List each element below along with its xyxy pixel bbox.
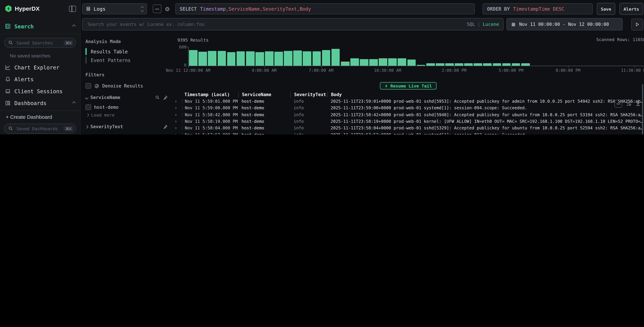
col-servicename[interactable]: ServiceName — [238, 92, 290, 97]
select-columns-input[interactable]: SELECT Timestamp,ServiceName,SeverityTex… — [175, 3, 475, 14]
histogram-bar[interactable] — [464, 63, 473, 66]
histogram-bar[interactable] — [303, 52, 311, 66]
cell-severity: info — [290, 126, 328, 130]
chart-plot[interactable] — [188, 47, 644, 66]
histogram-bar[interactable] — [474, 64, 482, 66]
table-row[interactable]: ›Nov 11 5:58:42.000 PMhost-demoinfo2025-… — [172, 111, 644, 118]
sidebar-collapse-icon[interactable] — [69, 6, 76, 12]
filter-value-label: host-demo — [94, 104, 118, 110]
table-row[interactable]: ›Nov 11 5:58:19.000 PMhost-demoinfo2025-… — [172, 118, 644, 125]
pin-icon[interactable] — [163, 95, 168, 100]
event-search-bar[interactable]: SQL | Lucene — [82, 18, 504, 30]
table-row[interactable]: ›Nov 11 5:59:01.000 PMhost-demoinfo2025-… — [172, 98, 644, 104]
histogram-bar[interactable] — [360, 59, 368, 66]
histogram-bar[interactable] — [388, 58, 397, 66]
saved-dashboards-field[interactable] — [16, 126, 61, 132]
filter-value-host-demo[interactable]: host-demo — [86, 104, 168, 110]
sidebar-item-search[interactable]: Search — [0, 22, 80, 30]
saved-searches-input[interactable]: ⌘K — [4, 38, 76, 48]
histogram-bar[interactable] — [521, 63, 530, 66]
histogram-bar[interactable] — [369, 59, 378, 66]
mode-event-patterns[interactable]: Event Patterns — [86, 57, 168, 64]
histogram-bar[interactable] — [274, 52, 283, 66]
histogram-bar[interactable] — [294, 51, 302, 66]
checkbox[interactable] — [86, 104, 91, 110]
row-expand-chevron[interactable]: › — [172, 98, 182, 104]
vertical-scrollbar[interactable] — [642, 84, 643, 134]
histogram-bar[interactable] — [398, 58, 406, 66]
download-icon[interactable] — [636, 101, 641, 106]
table-row[interactable]: ›Nov 11 5:59:00.000 PMhost-demoinfo2025-… — [172, 104, 644, 111]
histogram-bar[interactable] — [350, 58, 359, 66]
run-query-button[interactable] — [631, 18, 643, 30]
filter-group-servicename[interactable]: ServiceName — [86, 95, 168, 100]
source-select[interactable]: Logs — [82, 3, 147, 14]
sidebar-item-chart-explorer[interactable]: Chart Explorer — [0, 63, 80, 72]
cell-timestamp: Nov 11 5:59:01.000 PM — [182, 99, 238, 103]
alerts-button[interactable]: Alerts — [619, 3, 643, 15]
language-lucene-toggle[interactable]: Lucene — [483, 22, 499, 27]
save-button[interactable]: Save — [597, 3, 615, 15]
histogram-bar[interactable] — [341, 62, 349, 66]
row-expand-chevron[interactable]: › — [172, 105, 182, 111]
histogram-bar[interactable] — [331, 49, 340, 66]
load-more-button[interactable]: Load more — [86, 112, 168, 118]
row-expand-chevron[interactable]: › — [172, 119, 182, 124]
row-expand-chevron[interactable]: › — [172, 126, 182, 131]
histogram-bar[interactable] — [379, 58, 387, 66]
histogram-bar[interactable] — [455, 63, 463, 66]
row-expand-chevron[interactable]: › — [172, 132, 182, 134]
denoise-results-option[interactable]: Denoise Results — [86, 83, 168, 89]
mode-results-table[interactable]: Results Table — [86, 48, 168, 55]
col-body[interactable]: Body — [328, 92, 644, 97]
pin-icon[interactable] — [163, 124, 168, 129]
table-row[interactable]: ›Nov 11 5:57:52.000 PMhost-demoinfo2025-… — [172, 132, 644, 134]
histogram-bar[interactable] — [445, 63, 454, 66]
histogram-bar[interactable] — [322, 50, 330, 66]
select-chevrons-icon — [141, 6, 143, 11]
histogram-bar[interactable] — [236, 51, 245, 66]
language-sql-toggle[interactable]: SQL — [467, 22, 475, 27]
filter-group-severitytext[interactable]: SeverityText — [86, 124, 168, 130]
histogram-bar[interactable] — [436, 63, 444, 66]
wrap-lines-icon[interactable] — [626, 101, 632, 106]
table-row[interactable]: ›Nov 11 5:58:04.000 PMhost-demoinfo2025-… — [172, 125, 644, 132]
histogram-bar[interactable] — [493, 63, 501, 66]
sidebar-item-dashboards[interactable]: Dashboards — [0, 99, 80, 107]
col-severitytext[interactable]: SeverityText — [290, 92, 328, 97]
sidebar-item-client-sessions[interactable]: Client Sessions — [0, 87, 80, 95]
histogram-bar[interactable] — [208, 51, 216, 66]
cell-servicename: host-demo — [238, 99, 290, 103]
histogram-bar[interactable] — [426, 63, 435, 66]
histogram-bar[interactable] — [227, 52, 236, 66]
row-expand-chevron[interactable]: › — [172, 112, 182, 118]
date-range-picker[interactable]: Nov 11 00:00:00 - Nov 12 00:00:00 — [506, 18, 623, 30]
sql-editor-toggle-button[interactable]: <> — [153, 4, 161, 13]
saved-searches-field[interactable] — [16, 40, 61, 46]
histogram-bar[interactable] — [198, 52, 207, 66]
histogram-bar[interactable] — [284, 51, 292, 66]
histogram-bar[interactable] — [512, 63, 520, 66]
search-icon[interactable] — [155, 95, 160, 100]
saved-dashboards-input[interactable]: ⌘K — [4, 124, 76, 134]
inspect-code-button[interactable]: <> — [614, 100, 622, 108]
histogram-bar[interactable] — [312, 51, 321, 66]
histogram-bar[interactable] — [483, 63, 492, 66]
histogram-bar[interactable] — [502, 63, 510, 66]
col-timestamp[interactable]: Timestamp (Local) — [182, 92, 238, 97]
resume-live-tail-button[interactable]: Resume Live Tail — [380, 82, 436, 90]
x-axis-tick-label: Nov 11 12:00:00 AM — [166, 68, 210, 73]
histogram-bar[interactable] — [256, 52, 264, 66]
histogram-bar[interactable] — [189, 50, 198, 66]
create-dashboard-button[interactable]: + Create Dashboard — [6, 114, 80, 120]
checkbox[interactable] — [86, 83, 91, 89]
histogram-bar[interactable] — [407, 60, 416, 66]
histogram-bar[interactable] — [417, 65, 425, 66]
histogram-bar[interactable] — [246, 51, 254, 66]
histogram-bar[interactable] — [265, 51, 273, 66]
sidebar-item-alerts[interactable]: Alerts — [0, 75, 80, 84]
histogram-bar[interactable] — [218, 51, 226, 66]
source-settings-gear-icon[interactable]: ⚙ — [165, 6, 170, 12]
orderby-input[interactable]: ORDER BY TimestampTime DESC — [482, 3, 593, 14]
event-search-input[interactable] — [87, 21, 464, 27]
